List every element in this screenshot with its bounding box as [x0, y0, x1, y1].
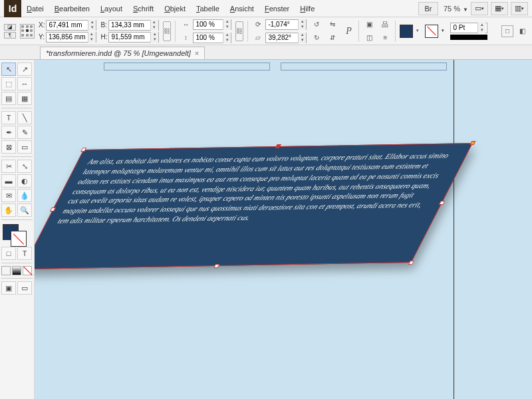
document-tab-bar: *transformieren.indd @ 75 % [Umgewandelt…: [0, 45, 532, 60]
rotate-cw-icon[interactable]: ↻: [311, 32, 323, 44]
effects-icon[interactable]: □: [501, 25, 513, 37]
reference-point-proxy[interactable]: [20, 24, 35, 39]
view-mode-normal[interactable]: ▣: [1, 281, 16, 295]
menu-hilfe[interactable]: Hilfe: [295, 0, 320, 17]
control-mode-b[interactable]: ¶: [4, 32, 16, 39]
page-boundary: [454, 60, 454, 399]
menu-datei[interactable]: DDateiatei: [21, 0, 49, 17]
stroke-style-selector[interactable]: [450, 35, 487, 40]
zoom-level-display[interactable]: 75 %▼: [444, 5, 468, 13]
flip-h-icon[interactable]: ⇋: [327, 19, 338, 31]
type-tool[interactable]: T: [1, 111, 16, 124]
close-tab-icon[interactable]: ×: [195, 49, 199, 57]
gap-tool[interactable]: ↔: [17, 77, 32, 90]
select-content-icon[interactable]: ◫: [363, 32, 375, 44]
y-label: Y:: [39, 33, 45, 41]
distribute-icon[interactable]: ≡: [379, 32, 391, 44]
menu-fenster[interactable]: Fenster: [259, 0, 295, 17]
fill-stroke-proxy[interactable]: [1, 223, 28, 245]
scale-y-icon: ↕: [180, 32, 192, 44]
stroke-weight-field[interactable]: ▴▾: [450, 23, 487, 33]
hand-tool[interactable]: ✋: [1, 203, 16, 217]
constrain-scale-icon[interactable]: ⛓: [235, 21, 243, 41]
fill-swatch[interactable]: ▾: [400, 25, 413, 38]
gradient-swatch-tool[interactable]: ▬: [1, 174, 16, 188]
p-indicator-icon: P: [342, 25, 354, 37]
direct-selection-tool[interactable]: ↗: [17, 63, 32, 76]
app-logo: Id: [4, 0, 21, 17]
guide-frame-1: [104, 63, 270, 70]
rectangle-tool[interactable]: ▭: [17, 140, 32, 154]
shear-field[interactable]: ▴▾: [265, 33, 307, 43]
eyedropper-tool[interactable]: 💧: [17, 189, 32, 202]
x-label: X:: [39, 21, 45, 29]
line-tool[interactable]: ╲: [17, 111, 32, 124]
workspace-switcher[interactable]: ▥▾: [511, 2, 528, 15]
panel-menu-icon[interactable]: ◧: [516, 25, 528, 37]
document-tab[interactable]: *transformieren.indd @ 75 % [Umgewandelt…: [40, 47, 205, 59]
document-tab-title: *transformieren.indd @ 75 % [Umgewandelt…: [46, 49, 191, 57]
width-field[interactable]: ▴▾: [108, 20, 159, 31]
y-field[interactable]: ▴▾: [46, 32, 96, 43]
scissors-tool[interactable]: ✂: [1, 160, 16, 173]
menu-ansicht[interactable]: Ansicht: [225, 0, 259, 17]
w-label: B:: [100, 21, 106, 29]
apply-color-buttons[interactable]: [1, 266, 33, 275]
scale-y-field[interactable]: ▴▾: [193, 33, 231, 43]
rectangle-frame-tool[interactable]: ⊠: [1, 140, 16, 154]
scale-x-icon: ↔: [180, 19, 192, 31]
menu-bar: Id DDateiatei Bearbeiten Layout Schrift …: [0, 0, 532, 17]
formatting-container-icon[interactable]: □: [1, 247, 16, 260]
zoom-tool[interactable]: 🔍: [17, 203, 32, 217]
view-mode-preview[interactable]: ▭: [17, 281, 32, 295]
pen-tool[interactable]: ✒: [1, 126, 16, 139]
page-tool[interactable]: ⬚: [1, 77, 16, 90]
menu-layout[interactable]: Layout: [95, 0, 128, 17]
bridge-button[interactable]: Br: [418, 2, 438, 15]
scale-x-field[interactable]: ▴▾: [193, 19, 231, 30]
guide-frame-2: [281, 63, 447, 70]
content-collector-tool[interactable]: ▤: [1, 92, 16, 105]
note-tool[interactable]: ✉: [1, 189, 16, 202]
rotate-ccw-icon[interactable]: ↺: [311, 19, 323, 31]
menu-bearbeiten[interactable]: Bearbeiten: [49, 0, 95, 17]
x-field[interactable]: ▴▾: [46, 20, 96, 31]
constrain-wh-icon[interactable]: ⛓: [163, 21, 171, 41]
rotate-field[interactable]: ▴▾: [265, 19, 307, 30]
content-placer-tool[interactable]: ▦: [17, 92, 32, 105]
pencil-tool[interactable]: ✎: [17, 126, 32, 139]
height-field[interactable]: ▴▾: [108, 32, 159, 43]
shear-icon: ▱: [252, 32, 264, 44]
stroke-swatch[interactable]: ▾: [425, 25, 438, 38]
document-canvas[interactable]: Am alist, as nobitat lam volores es nobi…: [35, 60, 532, 399]
align-icon[interactable]: 品: [379, 19, 391, 31]
h-label: H:: [100, 33, 107, 41]
screen-mode-button[interactable]: ▭▾: [471, 2, 488, 15]
flip-v-icon[interactable]: ⇵: [327, 32, 338, 44]
menu-schrift[interactable]: Schrift: [128, 0, 159, 17]
control-mode-a[interactable]: ◪: [4, 24, 16, 31]
arrange-button[interactable]: ▦▾: [491, 2, 508, 15]
control-panel: ◪ ¶ X: ▴▾ Y: ▴▾ B: ▴▾ H: ▴▾ ⛓ ↔ ▴▾ ↕ ▴▾ …: [0, 17, 532, 45]
text-frame-content: Am alist, as nobitat lam volores es nobi…: [41, 144, 471, 233]
select-container-icon[interactable]: ▣: [363, 19, 375, 31]
tools-panel: ↖↗ ⬚↔ ▤▦ T╲ ✒✎ ⊠▭ ✂⤡ ▬◐ ✉💧 ✋🔍 □T ▣▭: [0, 60, 35, 399]
menu-objekt[interactable]: Objekt: [159, 0, 191, 17]
gradient-feather-tool[interactable]: ◐: [17, 174, 32, 188]
rotate-icon: ⟳: [252, 19, 264, 31]
selected-text-frame[interactable]: Am alist, as nobitat lam volores es nobi…: [35, 143, 473, 269]
selection-tool[interactable]: ↖: [1, 63, 16, 76]
free-transform-tool[interactable]: ⤡: [17, 160, 32, 173]
menu-tabelle[interactable]: Tabelle: [191, 0, 225, 17]
formatting-text-icon[interactable]: T: [17, 247, 32, 260]
